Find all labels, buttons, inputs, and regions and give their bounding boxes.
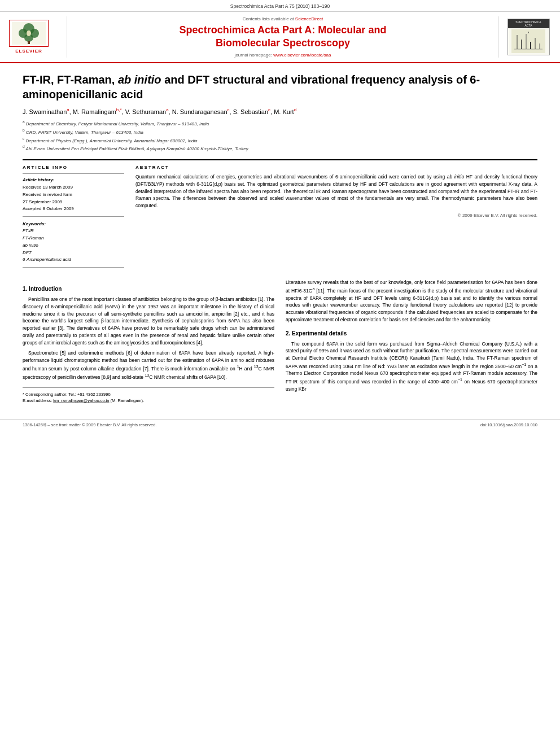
keyword-dft: DFT (23, 250, 124, 257)
spectrochimica-logo-section: SPECTROCHIMICAACTA A (506, 16, 551, 58)
spectrochimica-logo-img: A (511, 28, 545, 55)
abstract-label: ABSTRACT (135, 165, 537, 170)
abstract-text: Quantum mechanical calculations of energ… (135, 173, 537, 209)
intro-para1: Penicillins are one of the most importan… (23, 296, 274, 346)
body-col-right: Literature survey reveals that to the be… (286, 279, 537, 404)
keywords-section: Keywords: FT-IR FT-Raman ab initio DFT 6… (23, 221, 124, 264)
bottom-bar: 1386-1425/$ – see front matter © 2009 El… (0, 419, 560, 430)
experimental-para1: The compound 6APA in the solid form was … (286, 340, 537, 393)
elsevier-text: ELSEVIER (15, 49, 42, 54)
info-abstract-section: ARTICLE INFO Article history: Received 1… (23, 165, 537, 271)
svg-rect-5 (28, 41, 30, 44)
keyword-ftraman: FT-Raman (23, 235, 124, 242)
intro-para2: Spectrometric [5] and colorimetric metho… (23, 350, 274, 381)
article-content: FT-IR, FT-Raman, ab initio and DFT struc… (0, 63, 560, 413)
spectrochimica-logo: SPECTROCHIMICAACTA A (508, 19, 550, 55)
accepted-date: Accepted 8 October 2009 (23, 206, 124, 213)
elsevier-logo-section: ELSEVIER (9, 16, 60, 58)
sciencedirect-link[interactable]: ScienceDirect (295, 16, 323, 21)
journal-title: Spectrochimica Acta Part A: Molecular an… (180, 24, 387, 50)
svg-text:A: A (528, 31, 530, 34)
keywords-label: Keywords: (23, 221, 124, 226)
body-content: 1. Introduction Penicillins are one of t… (23, 279, 537, 404)
affiliation-c: c Department of Physics (Engg.), Annamal… (23, 136, 537, 145)
affiliations: a Department of Chemistry, Periyar Mania… (23, 119, 537, 152)
received-date: Received 13 March 2009 (23, 184, 124, 191)
body-col-left: 1. Introduction Penicillins are one of t… (23, 279, 274, 404)
footnote-email: E-mail address: km_ramalingam@yahoo.co.i… (23, 397, 274, 404)
copyright-text: © 2009 Elsevier B.V. All rights reserved… (135, 213, 537, 218)
journal-homepage: journal homepage: www.elsevier.com/locat… (235, 53, 331, 58)
affiliation-a: a Department of Chemistry, Periyar Mania… (23, 119, 537, 128)
journal-header: ELSEVIER Contents lists available at Sci… (0, 12, 560, 63)
keyword-ftir: FT-IR (23, 228, 124, 235)
affiliation-d: d Ahi Evran Üniversitesi Fen Edebiyat Fa… (23, 144, 537, 152)
right-para1: Literature survey reveals that to the be… (286, 279, 537, 323)
article-info-col: ARTICLE INFO Article history: Received 1… (23, 165, 124, 271)
rule-thin-1 (23, 173, 124, 174)
spectrochimica-logo-top: SPECTROCHIMICAACTA (508, 19, 549, 28)
svg-point-6 (27, 30, 31, 36)
contents-available-text: Contents lists available at ScienceDirec… (243, 16, 323, 21)
keyword-abinitio: ab initio (23, 242, 124, 250)
footnote-section: * Corresponding author. Tel.: +91 4362 2… (23, 387, 274, 404)
elsevier-tree-svg (12, 22, 46, 45)
article-title: FT-IR, FT-Raman, ab initio and DFT struc… (23, 72, 537, 102)
article-info-label: ARTICLE INFO (23, 165, 124, 170)
journal-homepage-link[interactable]: www.elsevier.com/locate/saa (273, 53, 331, 58)
journal-title-section: Contents lists available at ScienceDirec… (67, 16, 499, 58)
history-label: Article history: (23, 177, 124, 182)
article-dates: Received 13 March 2009 Received in revis… (23, 184, 124, 213)
elsevier-logo: ELSEVIER (9, 20, 49, 54)
issn-text: 1386-1425/$ – see front matter © 2009 El… (23, 422, 156, 427)
journal-citation: Spectrochimica Acta Part A 75 (2010) 183… (0, 0, 560, 12)
doi-text: doi:10.1016/j.saa.2009.10.010 (480, 422, 537, 427)
rule-thin-3 (23, 267, 124, 268)
keyword-6apa: 6-Aminopenicillanic acid (23, 256, 124, 264)
page: Spectrochimica Acta Part A 75 (2010) 183… (0, 0, 560, 747)
received-revised: Received in revised form27 September 200… (23, 191, 124, 206)
intro-heading: 1. Introduction (23, 285, 274, 293)
rule-thick (23, 159, 537, 160)
abstract-col: ABSTRACT Quantum mechanical calculations… (135, 165, 537, 271)
rule-thin-2 (23, 216, 124, 217)
experimental-heading: 2. Experimental details (286, 329, 537, 338)
citation-text: Spectrochimica Acta Part A 75 (2010) 183… (230, 3, 330, 9)
authors: J. Swaminathana, M. Ramalingamb,*, V. Se… (23, 107, 537, 115)
affiliation-b: b CRD, PRIST University, Vallam, Thanjav… (23, 128, 537, 136)
elsevier-logo-box (9, 20, 49, 47)
footnote-corresponding: * Corresponding author. Tel.: +91 4362 2… (23, 391, 274, 397)
